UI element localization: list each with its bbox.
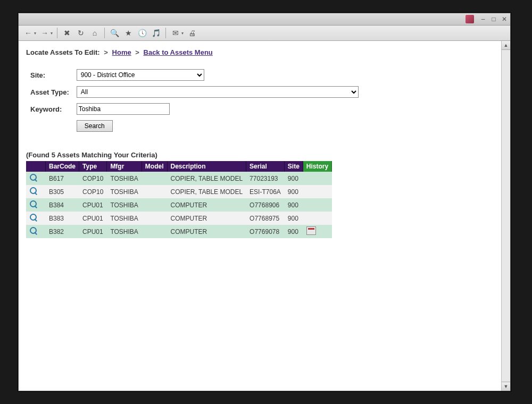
cell-description: COPIER, TABLE MODEL xyxy=(167,172,246,185)
media-icon[interactable]: 🎵 xyxy=(149,27,162,39)
browser-toolbar: ← ▾ → ▾ ✖ ↻ ⌂ 🔍 ★ 🕔 🎵 ✉ ▾ 🖨 xyxy=(19,26,510,41)
view-icon[interactable] xyxy=(29,200,38,208)
favorites-icon[interactable]: ★ xyxy=(122,27,135,39)
site-label: Site: xyxy=(30,71,45,79)
cell-history xyxy=(303,212,331,225)
history-icon[interactable] xyxy=(306,226,316,235)
cell-model xyxy=(142,172,167,185)
header-history: History xyxy=(303,161,331,172)
cell-mfgr: TOSHIBA xyxy=(107,198,142,212)
cell-mfgr: TOSHIBA xyxy=(107,212,142,225)
table-row: B305COP10TOSHIBACOPIER, TABLE MODELESI-T… xyxy=(26,185,332,198)
header-description: Description xyxy=(167,161,246,172)
cell-barcode: B383 xyxy=(46,212,79,225)
search-form: Site: 900 - District Office Asset Type: … xyxy=(26,66,363,135)
cell-type: CPU01 xyxy=(79,225,107,238)
cell-barcode: B384 xyxy=(46,198,79,212)
view-icon[interactable] xyxy=(29,173,38,182)
forward-dropdown-icon[interactable]: ▾ xyxy=(51,31,53,36)
close-button[interactable]: ✕ xyxy=(501,15,508,23)
window-controls: – □ ✕ xyxy=(466,15,508,23)
history-icon[interactable]: 🕔 xyxy=(136,27,148,39)
header-site: Site xyxy=(284,161,303,172)
header-corner xyxy=(26,161,46,172)
cell-history xyxy=(303,225,331,238)
table-row: B384CPU01TOSHIBACOMPUTERO7768906900 xyxy=(26,198,332,212)
cell-history xyxy=(303,198,331,212)
cell-model xyxy=(142,198,167,212)
header-mfgr: Mfgr xyxy=(107,161,142,172)
cell-serial: O7769078 xyxy=(246,225,285,238)
browser-window: – □ ✕ ← ▾ → ▾ ✖ ↻ ⌂ 🔍 ★ 🕔 🎵 ✉ ▾ 🖨 ▲ ▼ Lo… xyxy=(18,13,511,391)
cell-description: COMPUTER xyxy=(167,198,246,212)
view-icon[interactable] xyxy=(29,213,38,222)
cell-mfgr: TOSHIBA xyxy=(107,225,142,238)
table-row: B383CPU01TOSHIBACOMPUTERO7768975900 xyxy=(26,212,332,225)
results-heading: (Found 5 Assets Matching Your Criteria) xyxy=(26,151,503,159)
view-icon[interactable] xyxy=(29,226,38,235)
search-button[interactable]: Search xyxy=(77,120,113,132)
cell-site: 900 xyxy=(284,185,303,198)
breadcrumb-home-link[interactable]: Home xyxy=(112,48,131,56)
refresh-icon[interactable]: ↻ xyxy=(74,27,87,39)
site-select[interactable]: 900 - District Office xyxy=(77,69,204,81)
back-dropdown-icon[interactable]: ▾ xyxy=(34,31,36,36)
toolbar-separator xyxy=(104,28,105,38)
breadcrumb-prefix: Locate Assets To Edit: xyxy=(26,48,100,56)
breadcrumb-separator: > xyxy=(133,48,142,56)
breadcrumb-back-link[interactable]: Back to Assets Menu xyxy=(144,48,213,56)
cell-serial: 77023193 xyxy=(246,172,285,185)
cell-barcode: B305 xyxy=(46,185,79,198)
cell-type: CPU01 xyxy=(79,198,107,212)
table-row: B382CPU01TOSHIBACOMPUTERO7769078900 xyxy=(26,225,332,238)
cell-history xyxy=(303,172,331,185)
results-table: BarCode Type Mfgr Model Description Seri… xyxy=(26,161,332,238)
cell-mfgr: TOSHIBA xyxy=(107,172,142,185)
search-icon[interactable]: 🔍 xyxy=(108,27,121,39)
results-header-row: BarCode Type Mfgr Model Description Seri… xyxy=(26,161,332,172)
cell-type: CPU01 xyxy=(79,212,107,225)
cell-description: COMPUTER xyxy=(167,225,246,238)
print-icon[interactable]: 🖨 xyxy=(186,27,198,39)
window-titlebar: – □ ✕ xyxy=(19,13,510,26)
home-icon[interactable]: ⌂ xyxy=(88,27,101,39)
cell-description: COPIER, TABLE MODEL xyxy=(167,185,246,198)
header-serial: Serial xyxy=(246,161,285,172)
app-icon xyxy=(466,15,474,23)
mail-dropdown-icon[interactable]: ▾ xyxy=(181,31,184,36)
cell-type: COP10 xyxy=(79,185,107,198)
cell-site: 900 xyxy=(284,225,303,238)
breadcrumb: Locate Assets To Edit: > Home > Back to … xyxy=(26,48,503,56)
mail-icon[interactable]: ✉ xyxy=(169,27,182,39)
cell-barcode: B617 xyxy=(46,172,79,185)
forward-icon[interactable]: → xyxy=(38,27,51,39)
asset-type-label: Asset Type: xyxy=(30,88,69,96)
breadcrumb-separator: > xyxy=(102,48,110,56)
cell-model xyxy=(142,225,167,238)
header-barcode: BarCode xyxy=(46,161,79,172)
header-type: Type xyxy=(79,161,107,172)
header-model: Model xyxy=(142,161,167,172)
minimize-button[interactable]: – xyxy=(479,15,487,23)
cell-mfgr: TOSHIBA xyxy=(107,185,142,198)
view-icon[interactable] xyxy=(29,187,38,195)
cell-site: 900 xyxy=(284,172,303,185)
keyword-label: Keyword: xyxy=(30,105,62,113)
cell-site: 900 xyxy=(284,212,303,225)
cell-history xyxy=(303,185,331,198)
toolbar-separator xyxy=(165,28,166,38)
cell-serial: O7768975 xyxy=(246,212,285,225)
cell-description: COMPUTER xyxy=(167,212,246,225)
cell-barcode: B382 xyxy=(46,225,79,238)
cell-serial: O7768906 xyxy=(246,198,285,212)
back-icon[interactable]: ← xyxy=(22,27,35,39)
cell-model xyxy=(142,185,167,198)
maximize-button[interactable]: □ xyxy=(490,15,497,23)
cell-site: 900 xyxy=(284,198,303,212)
cell-model xyxy=(142,212,167,225)
toolbar-separator xyxy=(57,28,57,38)
asset-type-select[interactable]: All xyxy=(77,86,359,98)
content-area: Locate Assets To Edit: > Home > Back to … xyxy=(19,41,510,391)
keyword-input[interactable] xyxy=(77,103,170,115)
stop-icon[interactable]: ✖ xyxy=(61,27,73,39)
